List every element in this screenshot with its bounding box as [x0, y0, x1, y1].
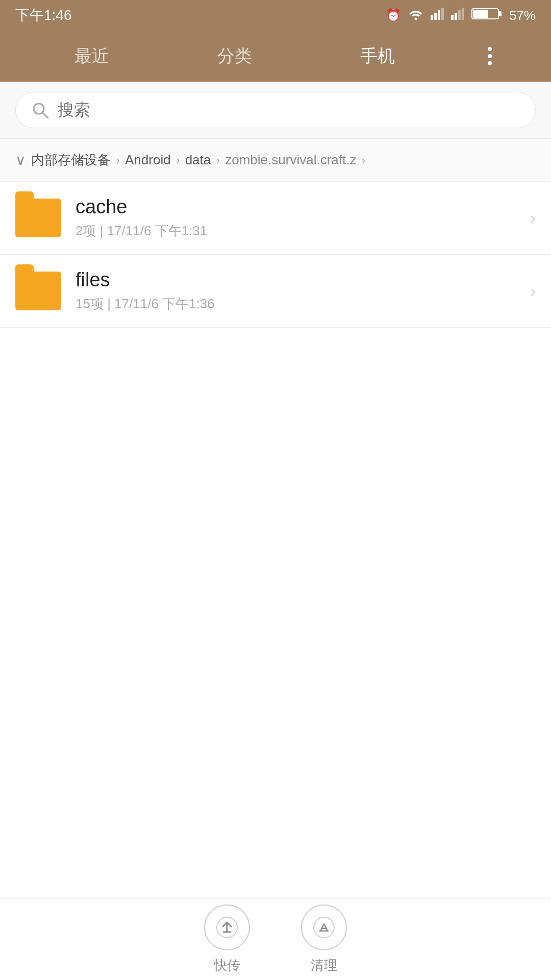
folder-icon: [15, 272, 61, 310]
breadcrumb-sep-1: ›: [116, 153, 120, 167]
tab-recent[interactable]: 最近: [59, 39, 124, 73]
svg-rect-1: [431, 15, 433, 20]
chevron-right-icon: ›: [530, 282, 536, 301]
search-bar: [0, 82, 551, 139]
collapse-icon[interactable]: ∨: [15, 152, 26, 168]
battery-percentage: 57%: [509, 8, 536, 23]
nav-bar: 最近 分类 手机: [0, 31, 551, 82]
transfer-action[interactable]: 快传: [204, 904, 250, 974]
clean-action[interactable]: 清理: [301, 904, 347, 974]
more-dot: [488, 61, 492, 65]
svg-rect-3: [438, 10, 440, 20]
svg-rect-4: [441, 8, 444, 20]
file-info: cache 2项 | 17/11/6 下午1:31: [76, 196, 530, 240]
bottom-bar: 快传 清理: [0, 898, 551, 980]
breadcrumb-app[interactable]: zombie.survival.craft.z: [225, 152, 356, 168]
svg-point-0: [414, 18, 417, 20]
clean-icon: [313, 917, 335, 938]
breadcrumb-internal[interactable]: 内部存储设备: [31, 151, 111, 169]
list-item[interactable]: files 15项 | 17/11/6 下午1:36 ›: [0, 255, 551, 328]
clean-button[interactable]: [301, 904, 347, 950]
transfer-label: 快传: [214, 957, 240, 974]
svg-rect-10: [498, 11, 502, 16]
more-menu-button[interactable]: [488, 47, 492, 65]
svg-rect-5: [451, 15, 454, 20]
svg-rect-11: [473, 10, 488, 18]
signal2-icon: [451, 8, 464, 23]
alarm-icon: ⏰: [386, 8, 401, 22]
status-bar: 下午1:46 ⏰: [0, 0, 551, 31]
search-icon: [31, 101, 49, 119]
file-name: files: [76, 269, 530, 291]
signal-icon: [431, 8, 444, 23]
file-meta: 15项 | 17/11/6 下午1:36: [76, 295, 530, 313]
svg-rect-8: [462, 8, 464, 20]
breadcrumb-sep-3: ›: [216, 153, 220, 167]
svg-rect-7: [458, 10, 461, 20]
svg-rect-2: [434, 13, 437, 20]
tab-phone[interactable]: 手机: [345, 39, 410, 73]
transfer-icon: [216, 917, 238, 938]
file-name: cache: [76, 196, 530, 218]
list-item[interactable]: cache 2项 | 17/11/6 下午1:31 ›: [0, 182, 551, 255]
svg-line-13: [42, 112, 48, 118]
breadcrumb-data[interactable]: data: [185, 152, 211, 168]
chevron-right-icon: ›: [530, 209, 536, 228]
wifi-icon: [408, 8, 423, 23]
status-time: 下午1:46: [15, 6, 72, 25]
folder-icon: [15, 199, 61, 237]
search-input[interactable]: [58, 101, 520, 119]
tab-category[interactable]: 分类: [202, 39, 267, 73]
breadcrumb: ∨ 内部存储设备 › Android › data › zombie.survi…: [0, 139, 551, 182]
search-wrapper[interactable]: [15, 92, 536, 128]
svg-rect-6: [455, 13, 457, 20]
transfer-button[interactable]: [204, 904, 250, 950]
breadcrumb-sep-4: ›: [361, 153, 365, 167]
breadcrumb-sep-2: ›: [176, 153, 180, 167]
clean-label: 清理: [311, 957, 337, 974]
more-dot: [488, 54, 492, 58]
status-icons: ⏰: [386, 7, 536, 24]
breadcrumb-android[interactable]: Android: [125, 152, 171, 168]
file-info: files 15项 | 17/11/6 下午1:36: [76, 269, 530, 313]
more-dot: [488, 47, 492, 51]
battery-icon: [471, 7, 502, 24]
svg-point-17: [314, 917, 334, 938]
file-list: cache 2项 | 17/11/6 下午1:31 › files 15项 | …: [0, 182, 551, 328]
file-meta: 2项 | 17/11/6 下午1:31: [76, 222, 530, 240]
